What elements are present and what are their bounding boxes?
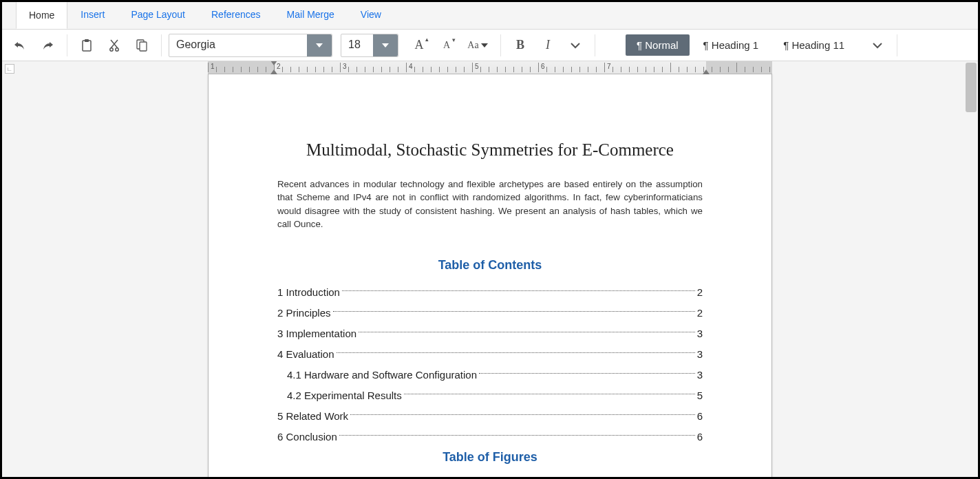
toc-entry[interactable]: 5 Related Work6 — [277, 406, 703, 427]
toc-label: 3 Implementation — [277, 323, 356, 344]
toc-entry[interactable]: 6 Conclusion6 — [277, 427, 703, 447]
menu-tab-page-layout[interactable]: Page Layout — [118, 1, 198, 29]
toc-label: 5 Related Work — [277, 406, 348, 427]
toc-page: 2 — [697, 282, 703, 303]
toc-entry[interactable]: 1 Introduction2 — [277, 282, 703, 303]
styles-more-button[interactable] — [865, 33, 890, 58]
toc-label: 4.2 Experimental Results — [287, 385, 402, 406]
copy-button[interactable] — [129, 33, 154, 58]
toc-page: 3 — [697, 344, 703, 365]
document-intro[interactable]: Recent advances in modular technology an… — [277, 178, 703, 231]
toc-entry[interactable]: 4.1 Hardware and Software Configuration3 — [277, 365, 703, 385]
menu-tab-insert[interactable]: Insert — [67, 1, 118, 29]
italic-button[interactable]: I — [535, 33, 560, 58]
toc-page: 2 — [697, 303, 703, 323]
font-family-value: Georgia — [169, 34, 307, 56]
increase-font-button[interactable]: A▴ — [407, 33, 432, 58]
toc-label: 1 Introduction — [277, 282, 340, 303]
undo-button[interactable] — [8, 33, 32, 58]
font-family-select[interactable]: Georgia — [169, 34, 332, 57]
toc-leader — [479, 365, 695, 374]
document-canvas[interactable]: ∟ 1234567 Multimodal, Stochastic Symmetr… — [2, 61, 978, 477]
toc-leader — [339, 427, 695, 436]
font-family-dropdown-icon[interactable] — [307, 34, 332, 56]
toc-label: 4 Evaluation — [277, 344, 334, 365]
toc-page: 6 — [697, 406, 703, 427]
toc-leader — [333, 303, 695, 312]
tof-heading[interactable]: Table of Figures — [277, 450, 703, 465]
paste-button[interactable] — [74, 33, 99, 58]
font-size-value: 18 — [341, 34, 373, 56]
decrease-font-button[interactable]: A▾ — [434, 33, 459, 58]
font-size-select[interactable]: 18 — [341, 34, 398, 57]
ruler-corner-icon: ∟ — [5, 64, 14, 74]
toc-leader — [350, 406, 695, 415]
toc-label: 6 Conclusion — [277, 427, 337, 447]
bold-button[interactable]: B — [508, 33, 533, 58]
redo-button[interactable] — [35, 33, 60, 58]
vertical-scrollbar[interactable] — [966, 63, 977, 112]
font-more-button[interactable] — [563, 33, 588, 58]
svg-rect-5 — [140, 42, 147, 51]
toc-page: 6 — [697, 427, 703, 447]
toc-leader — [337, 344, 695, 353]
toc-page: 3 — [697, 323, 703, 344]
toc-entry[interactable]: 3 Implementation3 — [277, 323, 703, 344]
document-title[interactable]: Multimodal, Stochastic Symmetries for E-… — [277, 140, 703, 160]
menu-tab-mail-merge[interactable]: Mail Merge — [274, 1, 348, 29]
toc-label: 4.1 Hardware and Software Configuration — [287, 365, 477, 385]
toc-leader — [342, 282, 695, 291]
svg-point-2 — [110, 47, 113, 50]
svg-rect-0 — [83, 41, 91, 51]
document-page[interactable]: Multimodal, Stochastic Symmetries for E-… — [208, 74, 772, 477]
menu-tab-home[interactable]: Home — [16, 1, 67, 29]
horizontal-ruler[interactable]: 1234567 — [208, 61, 772, 74]
toc-entry[interactable]: 4.2 Experimental Results5 — [277, 385, 703, 406]
style-heading-1[interactable]: ¶ Heading 1 — [692, 34, 770, 56]
toc-page: 5 — [697, 385, 703, 406]
svg-point-3 — [116, 47, 118, 50]
toc-leader — [359, 323, 695, 332]
toc-leader — [404, 385, 695, 394]
font-size-dropdown-icon[interactable] — [373, 34, 398, 56]
toc-label: 2 Principles — [277, 303, 331, 323]
toc-entry[interactable]: 2 Principles2 — [277, 303, 703, 323]
cut-button[interactable] — [102, 33, 127, 58]
style-normal[interactable]: ¶ Normal — [626, 34, 690, 56]
style-heading-11[interactable]: ¶ Heading 11 — [772, 34, 855, 56]
toc-heading[interactable]: Table of Contents — [277, 258, 703, 273]
toc-entry[interactable]: 4 Evaluation3 — [277, 344, 703, 365]
menu-tab-references[interactable]: References — [198, 1, 274, 29]
toolbar: Georgia 18 A▴ A▾ Aa B I ¶ Normal¶ Headin… — [2, 30, 978, 61]
menu-tab-view[interactable]: View — [348, 1, 394, 29]
menu-bar: HomeInsertPage LayoutReferencesMail Merg… — [2, 2, 978, 30]
svg-rect-1 — [85, 39, 89, 42]
toc-page: 3 — [697, 365, 703, 385]
change-case-button[interactable]: Aa — [462, 33, 493, 58]
